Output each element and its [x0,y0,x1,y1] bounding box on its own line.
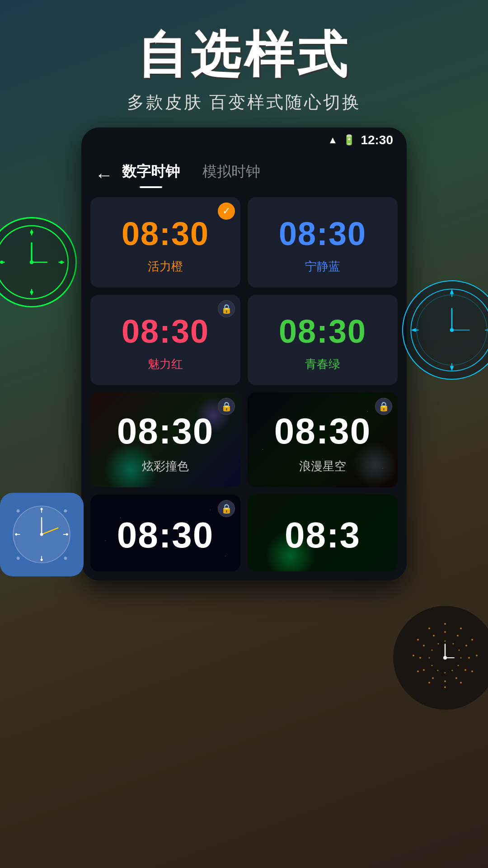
svg-point-56 [457,635,459,637]
svg-point-60 [455,677,457,679]
clock-time-pink: 08:30 [122,313,209,350]
clock-time-partial2: 08:3 [285,514,361,556]
page-main-title: 自选样式 [0,27,488,82]
header-section: 自选样式 多款皮肤 百变样式随心切换 [0,0,488,127]
status-time: 12:30 [361,133,393,147]
svg-point-57 [465,645,467,646]
page-sub-title: 多款皮肤 百变样式随心切换 [0,91,488,114]
svg-point-41 [64,557,67,560]
lock-badge-romantic: 🔒 [375,398,392,415]
svg-marker-18 [450,289,454,294]
svg-point-72 [452,670,453,671]
svg-point-34 [15,533,17,536]
svg-point-76 [429,657,430,659]
svg-point-42 [394,607,488,708]
svg-point-49 [444,686,446,688]
svg-point-69 [459,650,460,651]
clock-label-romantic: 浪漫星空 [299,458,346,474]
clock-time-green: 08:30 [279,313,366,350]
svg-point-33 [41,559,43,561]
svg-point-66 [433,635,435,637]
svg-marker-19 [450,366,454,371]
clock-label-blue: 宁静蓝 [305,259,340,274]
svg-point-45 [471,639,473,641]
svg-point-11 [0,261,3,264]
decorative-green-clock [0,217,77,307]
phone-mockup: ▲ 🔋 12:30 ← 数字时钟 模拟时钟 ✓ 08:30 活力橙 08:30 … [81,127,407,580]
decorative-spiral-clock [393,606,488,710]
decorative-cyan-clock [402,280,488,380]
clock-time-dazzle: 08:30 [117,410,214,452]
lock-badge-dazzle: 🔒 [218,398,235,415]
clock-card-partial-1[interactable]: 🔒 08:30 [90,495,240,571]
clock-time-romantic: 08:30 [274,410,371,452]
svg-point-74 [437,670,439,671]
clock-time-orange: 08:30 [122,215,209,252]
svg-point-47 [471,670,473,672]
svg-point-70 [460,657,462,659]
tab-container: 数字时钟 模拟时钟 [122,162,393,188]
svg-point-53 [417,639,419,641]
clock-time-blue: 08:30 [279,215,366,252]
status-bar: ▲ 🔋 12:30 [81,127,407,153]
page-wrapper: 自选样式 多款皮肤 百变样式随心切换 ▲ 🔋 12:30 ← 数字时钟 模拟时钟… [0,0,488,868]
lock-badge-red: 🔒 [218,300,235,317]
clock-label-pink: 魅力红 [148,356,183,372]
svg-point-59 [465,669,466,671]
svg-point-71 [458,665,459,666]
clock-grid: ✓ 08:30 活力橙 08:30 宁静蓝 🔒 08:30 魅力红 08:30 … [81,188,407,580]
svg-point-52 [413,655,414,656]
svg-point-63 [423,669,425,671]
app-header: ← 数字时钟 模拟时钟 [81,153,407,188]
svg-point-37 [40,533,43,536]
clock-card-calm-blue[interactable]: 08:30 宁静蓝 [248,197,398,288]
signal-icon: ▲ [328,134,338,146]
svg-point-51 [417,670,419,672]
clock-card-dazzle[interactable]: 🔒 08:30 炫彩撞色 [90,392,240,487]
svg-point-78 [438,643,439,645]
tab-digital[interactable]: 数字时钟 [122,162,180,188]
svg-point-24 [450,328,454,332]
clock-card-vitality-orange[interactable]: ✓ 08:30 活力橙 [90,197,240,288]
clock-card-charm-red[interactable]: 🔒 08:30 魅力红 [90,295,240,385]
svg-point-55 [444,631,446,633]
lock-badge-partial1: 🔒 [218,500,235,517]
back-button[interactable]: ← [95,165,113,185]
tab-analog[interactable]: 模拟时钟 [202,162,260,188]
svg-point-81 [443,656,447,660]
decorative-blue-square-clock [0,493,84,576]
svg-point-75 [432,665,433,666]
clock-label-orange: 活力橙 [148,259,183,274]
svg-point-54 [428,627,430,629]
svg-point-46 [476,655,478,656]
svg-point-32 [66,533,68,536]
svg-point-7 [30,260,34,264]
svg-point-48 [460,682,462,684]
clock-label-green: 青春绿 [305,356,340,372]
svg-point-65 [423,645,425,646]
svg-point-38 [17,509,20,513]
svg-point-39 [64,509,67,513]
clock-time-partial1: 08:30 [117,514,214,556]
svg-point-10 [30,291,33,294]
svg-point-62 [432,677,434,679]
svg-point-12 [411,289,488,371]
clock-card-partial-2[interactable]: 08:3 [248,495,398,571]
svg-point-68 [453,643,454,645]
svg-point-61 [444,680,446,682]
svg-point-40 [17,557,20,560]
selected-badge: ✓ [218,203,235,220]
battery-icon: 🔋 [343,134,355,146]
svg-point-44 [460,627,462,629]
svg-point-31 [41,508,43,510]
svg-point-64 [419,657,421,659]
svg-point-8 [30,231,33,234]
svg-marker-20 [411,328,416,332]
svg-point-67 [445,641,446,642]
clock-card-youth-green[interactable]: 08:30 青春绿 [248,295,398,385]
svg-point-9 [60,261,63,264]
clock-card-romantic[interactable]: 🔒 08:30 浪漫星空 [248,392,398,487]
svg-point-77 [432,650,433,651]
clock-label-dazzle: 炫彩撞色 [142,458,189,474]
svg-point-58 [468,657,470,659]
